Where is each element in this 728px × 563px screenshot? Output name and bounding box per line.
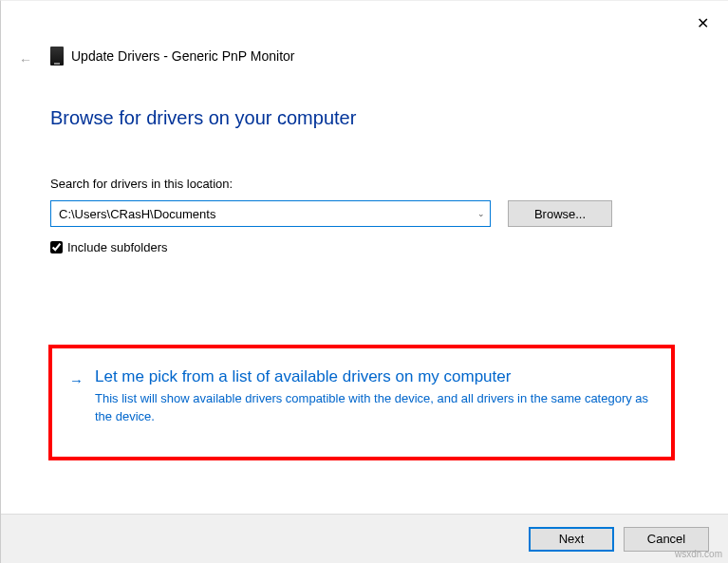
search-label: Search for drivers in this location: xyxy=(50,177,690,191)
back-arrow-icon[interactable]: ← xyxy=(19,52,32,67)
path-combobox[interactable]: ⌄ xyxy=(50,200,491,227)
header: Update Drivers - Generic PnP Monitor xyxy=(50,47,295,66)
option-title: Let me pick from a list of available dri… xyxy=(95,367,654,386)
arrow-right-icon: → xyxy=(69,372,84,388)
window-title: Update Drivers - Generic PnP Monitor xyxy=(71,48,295,64)
watermark: wsxdn.com xyxy=(675,549,722,559)
monitor-icon xyxy=(50,47,64,66)
browse-button[interactable]: Browse... xyxy=(508,200,612,227)
pick-from-list-option[interactable]: → Let me pick from a list of available d… xyxy=(69,367,654,426)
cancel-button[interactable]: Cancel xyxy=(624,527,709,552)
page-title: Browse for drivers on your computer xyxy=(50,107,690,129)
path-input[interactable] xyxy=(51,201,473,226)
option-description: This list will show available drivers co… xyxy=(95,390,654,426)
footer: Next Cancel xyxy=(1,514,728,563)
close-icon: ✕ xyxy=(697,15,709,31)
chevron-down-icon[interactable]: ⌄ xyxy=(473,209,490,218)
include-subfolders-checkbox[interactable] xyxy=(50,241,63,253)
highlighted-option-box: → Let me pick from a list of available d… xyxy=(48,345,675,460)
close-button[interactable]: ✕ xyxy=(697,14,709,32)
include-subfolders-label: Include subfolders xyxy=(67,240,168,254)
include-subfolders-row[interactable]: Include subfolders xyxy=(50,240,690,254)
next-button[interactable]: Next xyxy=(529,527,614,552)
